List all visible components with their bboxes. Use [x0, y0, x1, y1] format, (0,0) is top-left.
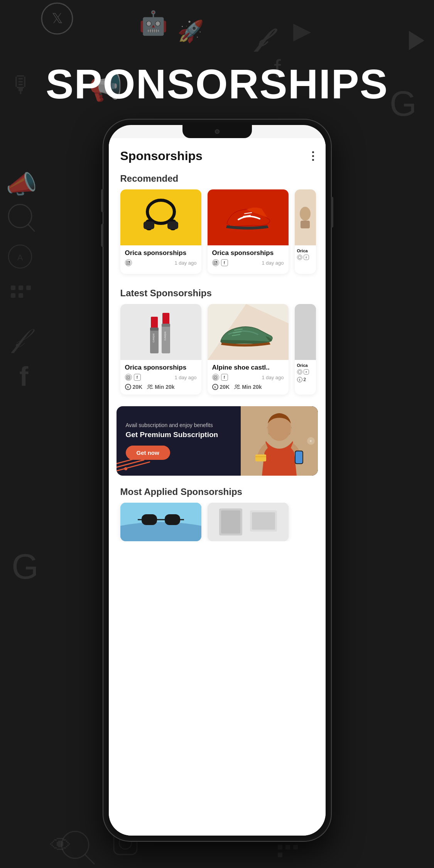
card-image-shoes2: [208, 304, 289, 360]
background-title: SPONSORSHIPS: [0, 60, 434, 108]
partial-instagram-icon: [297, 255, 302, 260]
svg-rect-62: [298, 256, 301, 259]
phone-notch: [182, 125, 252, 138]
card-time-shoes2: 1 day ago: [262, 375, 284, 380]
card-meta-shoe: f 1 day ago: [212, 259, 284, 266]
card-image-lipstick: CLINIQUE CLINIQUE: [120, 304, 201, 360]
latest-partial-instagram: [297, 369, 302, 375]
svg-text:f: f: [19, 361, 29, 392]
card-meta-shoes2: f 1 day ago: [212, 374, 284, 381]
svg-rect-16: [11, 285, 15, 290]
svg-rect-69: [162, 324, 170, 327]
card-image-shoe: [208, 189, 289, 245]
banner-left-content: Avail subscription and enjoy benefits Ge…: [117, 414, 318, 468]
card-body-headphones: Orica sponsorships: [120, 245, 201, 274]
svg-line-33: [85, 854, 95, 864]
svg-rect-42: [293, 845, 298, 849]
menu-dot-2: [312, 155, 314, 157]
recommended-section-header: Recomended: [109, 167, 326, 189]
instagram-icon-shoes2: [212, 374, 219, 381]
latest-card-lipstick[interactable]: CLINIQUE CLINIQUE Orica sponsorshi: [120, 304, 201, 395]
svg-rect-40: [278, 845, 282, 849]
svg-point-74: [151, 385, 152, 387]
menu-dot-3: [312, 159, 314, 161]
partial-dollar-icon: $: [297, 377, 302, 382]
alpine-shoe-svg: [217, 313, 279, 351]
card-title-headphones: Orica sponsorships: [125, 249, 197, 257]
latest-card-shoes2[interactable]: Alpine shoe castl..: [208, 304, 289, 395]
svg-marker-8: [409, 31, 424, 50]
facebook-icon-shoes2: f: [221, 374, 228, 381]
svg-rect-41: [285, 845, 290, 849]
get-now-button[interactable]: Get now: [126, 446, 170, 460]
svg-text:𝕏: 𝕏: [52, 10, 63, 26]
svg-rect-43: [278, 853, 282, 857]
svg-text:👁: 👁: [50, 833, 71, 857]
lipstick-svg: CLINIQUE CLINIQUE: [142, 309, 180, 355]
stat-amount-lipstick: $ 20K: [125, 384, 143, 390]
card-time-lipstick: 1 day ago: [174, 375, 196, 380]
banner-close-button[interactable]: ×: [307, 437, 315, 445]
people-icon-shoes2: [234, 384, 240, 390]
svg-rect-97: [252, 512, 275, 530]
partial-card-body: Orica f: [295, 245, 316, 263]
card-stats-shoes2: $ 20K Mi: [212, 384, 284, 390]
card-social-icons-headphones: [125, 259, 132, 266]
stat-followers-shoes2: Min 20k: [234, 384, 262, 390]
card-title-shoe: Orica sponsorships: [212, 249, 284, 257]
partial-facebook-icon: f: [304, 255, 309, 260]
card-meta-headphones: 1 day ago: [125, 259, 197, 266]
svg-rect-80: [298, 371, 301, 373]
svg-rect-18: [26, 285, 31, 290]
svg-rect-89: [165, 514, 180, 525]
recommended-card-shoe[interactable]: Orica sponsorships: [208, 189, 289, 274]
svg-point-77: [214, 377, 216, 378]
card-stats-lipstick: $ 20K Mi: [125, 384, 197, 390]
svg-rect-71: [127, 375, 130, 379]
svg-text:A: A: [17, 253, 23, 262]
svg-text:🤖: 🤖: [139, 9, 168, 37]
svg-text:🚀: 🚀: [177, 19, 204, 44]
svg-point-59: [216, 262, 216, 262]
menu-button[interactable]: [312, 151, 314, 161]
latest-partial-body: Orica f: [295, 360, 316, 385]
recommended-card-partial[interactable]: Orica f: [295, 189, 316, 274]
svg-rect-88: [142, 514, 157, 525]
app-title: Sponsorships: [120, 149, 203, 163]
latest-partial-amount: $ 2: [297, 377, 314, 382]
svg-text:G: G: [12, 547, 39, 586]
dollar-icon-lipstick: $: [125, 384, 131, 390]
facebook-icon-lipstick: f: [134, 374, 141, 381]
svg-text:CLINIQUE: CLINIQUE: [164, 331, 166, 340]
latest-card-partial[interactable]: Orica f: [295, 304, 316, 395]
instagram-icon-headphones: [125, 259, 132, 266]
latest-cards-row: CLINIQUE CLINIQUE Orica sponsorshi: [109, 304, 326, 402]
banner-dot-indicator: [124, 467, 127, 470]
latest-partial-icons: f: [297, 369, 314, 375]
card-time-shoe: 1 day ago: [262, 260, 284, 266]
phone-mockup: Sponsorships Recomended: [103, 120, 331, 841]
card-social-icons-shoe: f: [212, 259, 228, 266]
most-applied-card-1[interactable]: [120, 503, 201, 541]
card-image-headphones: [120, 189, 201, 245]
svg-line-12: [28, 225, 35, 231]
card-body-lipstick: Orica sponsorships: [120, 360, 201, 395]
recommended-card-headphones[interactable]: Orica sponsorships: [120, 189, 201, 274]
partial-card-icons: f: [297, 255, 314, 260]
partial-image-svg: [297, 206, 313, 229]
latest-partial-title: Orica: [297, 363, 314, 368]
people-icon-lipstick: [147, 384, 153, 390]
svg-text:𝒻: 𝒻: [11, 323, 35, 353]
banner-subtitle: Avail subscription and enjoy benefits: [126, 422, 309, 428]
svg-point-78: [235, 385, 237, 387]
svg-rect-95: [221, 510, 240, 534]
recommended-cards-row: Orica sponsorships: [109, 189, 326, 282]
svg-point-58: [214, 262, 216, 264]
card-title-shoes2: Alpine shoe castl..: [212, 364, 284, 372]
card-time-headphones: 1 day ago: [174, 260, 196, 266]
card-meta-lipstick: f 1 day ago: [125, 374, 197, 381]
svg-point-54: [129, 262, 129, 262]
most-applied-card-2[interactable]: [208, 503, 289, 541]
menu-dot-1: [312, 151, 314, 153]
svg-rect-50: [144, 221, 154, 229]
